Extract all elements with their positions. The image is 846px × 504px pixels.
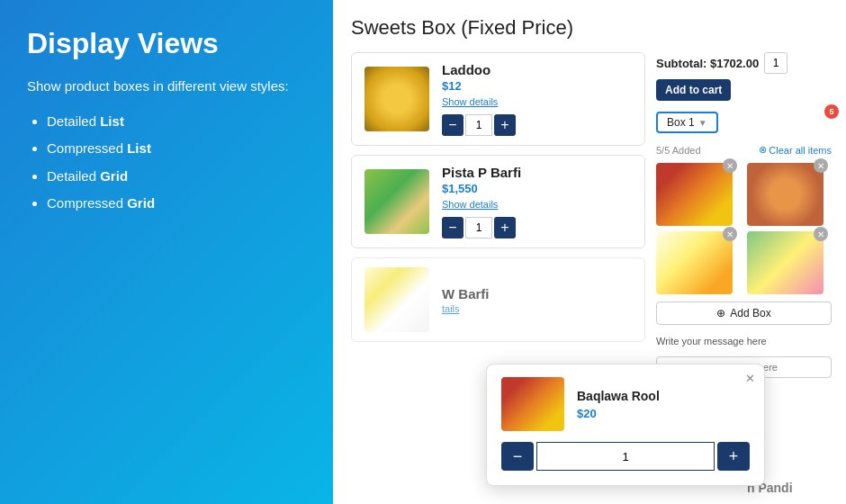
list-item-bold: List [100, 113, 124, 129]
box-selector[interactable]: Box 1 ▼ [656, 112, 718, 133]
product-price: $1,550 [442, 182, 632, 195]
list-item-prefix: Compressed [47, 140, 127, 156]
gift-label: Write your message here [656, 336, 832, 346]
floating-qty-row: − + [501, 442, 750, 471]
thumb-img-2 [656, 231, 733, 294]
list-item-prefix: Detailed [47, 113, 100, 129]
qty-increase-button[interactable]: + [494, 217, 516, 238]
qty-control: − + [442, 114, 632, 136]
add-box-label: Add Box [730, 307, 770, 320]
floating-product-price: $20 [577, 407, 660, 420]
list-item-detailed-list: Detailed List [47, 112, 306, 132]
clear-items-link[interactable]: ⊗ Clear all items [759, 144, 832, 156]
add-box-button[interactable]: ⊕ Add Box [656, 302, 832, 325]
product-image-laddoo [364, 67, 429, 131]
show-details-link[interactable]: Show details [442, 96, 632, 107]
thumb-item-1: ✕ [747, 163, 824, 226]
product-card-laddoo: Laddoo $12 Show details − + [351, 52, 645, 146]
thumb-remove-0[interactable]: ✕ [723, 158, 737, 173]
qty-decrease-button[interactable]: − [442, 217, 464, 238]
floating-qty-increase-button[interactable]: + [717, 442, 750, 471]
floating-product-name: Baqlawa Rool [577, 389, 660, 403]
left-panel: Display Views Show product boxes in diff… [0, 0, 333, 504]
thumb-remove-1[interactable]: ✕ [814, 158, 828, 173]
list-item-compressed-grid: Compressed Grid [47, 194, 306, 214]
product-image-pista [364, 169, 429, 234]
dropdown-icon: ▼ [698, 118, 707, 128]
list-item-prefix: Compressed [47, 195, 127, 211]
product-price: $12 [442, 79, 632, 93]
circle-x-icon: ⊗ [759, 144, 767, 156]
list-item-bold: Grid [100, 168, 128, 184]
view-list: Detailed List Compressed List Detailed G… [27, 112, 306, 221]
add-to-cart-button[interactable]: Add to cart [656, 79, 731, 101]
thumb-item-0: ✕ [656, 163, 733, 226]
product-info-pista: Pista P Barfi $1,550 Show details − + [442, 165, 632, 238]
list-item-prefix: Detailed [47, 168, 100, 184]
added-label: 5/5 Added [656, 145, 701, 156]
show-details-link[interactable]: tails [442, 303, 632, 314]
floating-product-row: Baqlawa Rool $20 [501, 377, 750, 431]
thumb-item-2: ✕ [656, 231, 733, 294]
thumb-img-0 [656, 163, 733, 226]
product-name: Pista P Barfi [442, 165, 632, 180]
subtotal-label: Subtotal: $1702.00 [656, 57, 759, 70]
qty-decrease-button[interactable]: − [442, 114, 464, 136]
floating-qty-input[interactable] [536, 442, 715, 471]
clear-label: Clear all items [769, 145, 832, 156]
list-item-detailed-grid: Detailed Grid [47, 166, 306, 187]
circle-plus-icon: ⊕ [716, 307, 725, 320]
product-info-laddoo: Laddoo $12 Show details − + [442, 62, 632, 136]
list-item-compressed-list: Compressed List [47, 139, 306, 159]
thumb-img-1 [747, 163, 824, 226]
qty-increase-button[interactable]: + [494, 114, 516, 136]
show-details-link[interactable]: Show details [442, 199, 632, 210]
qty-control: − + [442, 217, 632, 238]
close-icon[interactable]: ✕ [745, 372, 755, 385]
floating-card: ✕ Baqlawa Rool $20 − + [486, 364, 765, 486]
product-image-wbarfi [364, 267, 429, 332]
product-info-wbarfi: W Barfi tails [442, 286, 632, 314]
list-item-bold: List [127, 140, 151, 156]
qty-input[interactable] [465, 114, 492, 136]
subtotal-row: Subtotal: $1702.00 Add to cart [656, 52, 832, 101]
product-card-wbarfi: W Barfi tails [351, 257, 645, 342]
thumb-remove-3[interactable]: ✕ [814, 227, 828, 241]
floating-qty-decrease-button[interactable]: − [501, 442, 534, 471]
product-card-pista: Pista P Barfi $1,550 Show details − + [351, 155, 645, 248]
added-row: 5/5 Added ⊗ Clear all items [656, 144, 832, 156]
thumb-item-3: ✕ [747, 231, 824, 294]
thumb-img-3 [747, 231, 824, 294]
description: Show product boxes in different view sty… [27, 76, 306, 97]
thumb-remove-2[interactable]: ✕ [723, 227, 737, 241]
thumbnail-grid: ✕ ✕ ✕ ✕ [656, 163, 832, 294]
product-name: W Barfi [442, 286, 632, 302]
floating-product-image [501, 377, 564, 431]
right-panel: Sweets Box (Fixed Price) Laddoo $12 Show… [333, 0, 846, 504]
main-title: Display Views [27, 27, 306, 60]
box-badge: 5 [824, 104, 839, 119]
qty-input[interactable] [465, 217, 492, 238]
box-label: Box 1 [667, 116, 695, 129]
page-title: Sweets Box (Fixed Price) [351, 16, 832, 40]
sidebar-qty-input[interactable] [764, 52, 788, 74]
floating-product-info: Baqlawa Rool $20 [577, 389, 660, 420]
list-item-bold: Grid [127, 195, 155, 211]
product-name: Laddoo [442, 62, 632, 77]
